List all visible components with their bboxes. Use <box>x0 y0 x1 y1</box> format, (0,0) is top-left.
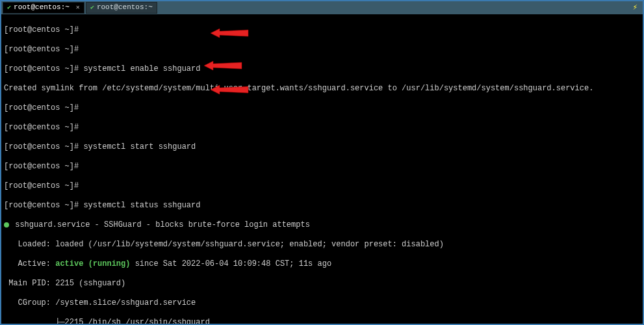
prompt-line: [root@centos ~]# <box>4 45 640 55</box>
cgroup-line: CGroup: /system.slice/sshguard.service <box>4 298 640 308</box>
active-since: since Sat 2022-06-04 10:09:48 CST; 11s a… <box>130 259 331 268</box>
terminal-output[interactable]: [root@centos ~]# [root@centos ~]# [root@… <box>1 14 643 325</box>
close-icon[interactable]: ✕ <box>76 4 80 12</box>
tab-label: root@centos:~ <box>14 3 70 12</box>
service-header: sshguard.service - SSHGuard - blocks bru… <box>4 220 640 230</box>
status-dot-icon: ✔ <box>90 4 94 12</box>
process-line: ├─2215 /bin/sh /usr/sbin/sshguard <box>4 318 640 325</box>
service-name: sshguard.service - SSHGuard - blocks bru… <box>10 220 310 229</box>
terminal-tab-2[interactable]: ✔ root@centos:~ <box>86 2 157 14</box>
status-bullet-icon <box>4 222 9 228</box>
active-status: active (running) <box>55 259 130 268</box>
terminal-tab-1[interactable]: ✔ root@centos:~ ✕ <box>3 2 84 14</box>
prompt-line: [root@centos ~]# <box>4 25 640 35</box>
loaded-line: Loaded: loaded (/usr/lib/systemd/system/… <box>4 240 640 250</box>
cmd-status-sshguard: [root@centos ~]# systemctl status sshgua… <box>4 201 640 211</box>
prompt-line: [root@centos ~]# <box>4 123 640 133</box>
prompt-line: [root@centos ~]# <box>4 162 640 172</box>
prompt-line: [root@centos ~]# <box>4 181 640 191</box>
lightning-icon[interactable]: ⚡ <box>629 3 641 13</box>
tab-bar: ✔ root@centos:~ ✕ ✔ root@centos:~ ⚡ <box>1 1 643 14</box>
status-dot-icon: ✔ <box>7 4 11 12</box>
main-pid: Main PID: 2215 (sshguard) <box>4 279 640 289</box>
active-label: Active: <box>4 259 55 268</box>
output-symlink: Created symlink from /etc/systemd/system… <box>4 84 640 94</box>
active-line: Active: active (running) since Sat 2022-… <box>4 259 640 269</box>
tab-label: root@centos:~ <box>97 3 153 12</box>
prompt-line: [root@centos ~]# <box>4 103 640 113</box>
cmd-enable-sshguard: [root@centos ~]# systemctl enable sshgua… <box>4 64 640 74</box>
cmd-start-sshguard: [root@centos ~]# systemctl start sshguar… <box>4 142 640 152</box>
